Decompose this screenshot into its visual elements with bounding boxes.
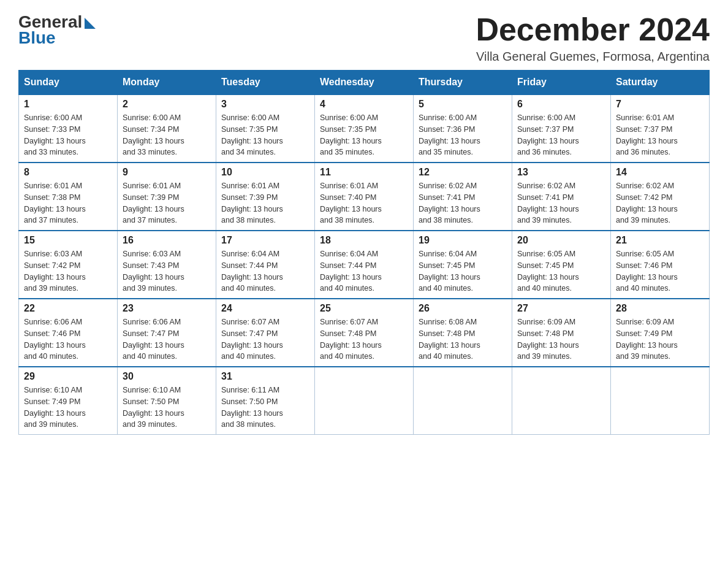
day-info: Sunrise: 6:00 AMSunset: 7:35 PMDaylight:… bbox=[221, 112, 309, 158]
calendar-cell: 5Sunrise: 6:00 AMSunset: 7:36 PMDaylight… bbox=[414, 94, 512, 163]
day-number: 14 bbox=[616, 167, 704, 178]
calendar-header-friday: Friday bbox=[512, 71, 611, 95]
day-info: Sunrise: 6:09 AMSunset: 7:49 PMDaylight:… bbox=[616, 316, 704, 362]
day-info: Sunrise: 6:03 AMSunset: 7:43 PMDaylight:… bbox=[123, 248, 211, 294]
calendar-header-saturday: Saturday bbox=[611, 71, 710, 95]
calendar-cell: 14Sunrise: 6:02 AMSunset: 7:42 PMDayligh… bbox=[611, 163, 710, 231]
day-number: 19 bbox=[419, 235, 507, 246]
calendar-cell bbox=[414, 367, 512, 435]
month-title: December 2024 bbox=[476, 12, 710, 47]
calendar-cell: 30Sunrise: 6:10 AMSunset: 7:50 PMDayligh… bbox=[118, 367, 216, 435]
day-info: Sunrise: 6:05 AMSunset: 7:46 PMDaylight:… bbox=[616, 248, 704, 294]
day-info: Sunrise: 6:04 AMSunset: 7:45 PMDaylight:… bbox=[419, 248, 507, 294]
calendar-cell: 6Sunrise: 6:00 AMSunset: 7:37 PMDaylight… bbox=[512, 94, 611, 163]
day-number: 20 bbox=[517, 235, 605, 246]
calendar-cell: 19Sunrise: 6:04 AMSunset: 7:45 PMDayligh… bbox=[414, 231, 512, 299]
calendar-cell: 12Sunrise: 6:02 AMSunset: 7:41 PMDayligh… bbox=[414, 163, 512, 231]
day-info: Sunrise: 6:05 AMSunset: 7:45 PMDaylight:… bbox=[517, 248, 605, 294]
day-number: 1 bbox=[24, 99, 112, 110]
day-number: 5 bbox=[419, 99, 507, 110]
calendar-cell bbox=[512, 367, 611, 435]
calendar-cell: 16Sunrise: 6:03 AMSunset: 7:43 PMDayligh… bbox=[118, 231, 216, 299]
calendar-cell: 22Sunrise: 6:06 AMSunset: 7:46 PMDayligh… bbox=[19, 299, 118, 367]
day-info: Sunrise: 6:10 AMSunset: 7:50 PMDaylight:… bbox=[123, 385, 211, 431]
day-info: Sunrise: 6:06 AMSunset: 7:46 PMDaylight:… bbox=[24, 316, 112, 362]
calendar-cell: 27Sunrise: 6:09 AMSunset: 7:48 PMDayligh… bbox=[512, 299, 611, 367]
day-info: Sunrise: 6:01 AMSunset: 7:37 PMDaylight:… bbox=[616, 112, 704, 158]
day-number: 11 bbox=[320, 167, 408, 178]
logo-triangle-icon bbox=[85, 18, 96, 29]
calendar-cell: 25Sunrise: 6:07 AMSunset: 7:48 PMDayligh… bbox=[315, 299, 414, 367]
day-number: 26 bbox=[419, 303, 507, 314]
day-info: Sunrise: 6:01 AMSunset: 7:39 PMDaylight:… bbox=[221, 180, 309, 226]
calendar-cell: 4Sunrise: 6:00 AMSunset: 7:35 PMDaylight… bbox=[315, 94, 414, 163]
day-number: 22 bbox=[24, 303, 112, 314]
calendar-cell: 28Sunrise: 6:09 AMSunset: 7:49 PMDayligh… bbox=[611, 299, 710, 367]
day-info: Sunrise: 6:00 AMSunset: 7:35 PMDaylight:… bbox=[320, 112, 408, 158]
calendar-cell: 21Sunrise: 6:05 AMSunset: 7:46 PMDayligh… bbox=[611, 231, 710, 299]
day-number: 18 bbox=[320, 235, 408, 246]
day-info: Sunrise: 6:11 AMSunset: 7:50 PMDaylight:… bbox=[221, 385, 309, 431]
calendar-cell: 1Sunrise: 6:00 AMSunset: 7:33 PMDaylight… bbox=[19, 94, 118, 163]
day-info: Sunrise: 6:02 AMSunset: 7:41 PMDaylight:… bbox=[517, 180, 605, 226]
calendar-cell: 11Sunrise: 6:01 AMSunset: 7:40 PMDayligh… bbox=[315, 163, 414, 231]
calendar-cell: 7Sunrise: 6:01 AMSunset: 7:37 PMDaylight… bbox=[611, 94, 710, 163]
calendar-header-wednesday: Wednesday bbox=[315, 71, 414, 95]
calendar-cell: 10Sunrise: 6:01 AMSunset: 7:39 PMDayligh… bbox=[216, 163, 315, 231]
day-info: Sunrise: 6:09 AMSunset: 7:48 PMDaylight:… bbox=[517, 316, 605, 362]
day-number: 3 bbox=[221, 99, 309, 110]
day-info: Sunrise: 6:01 AMSunset: 7:38 PMDaylight:… bbox=[24, 180, 112, 226]
day-number: 29 bbox=[24, 371, 112, 382]
calendar-cell: 26Sunrise: 6:08 AMSunset: 7:48 PMDayligh… bbox=[414, 299, 512, 367]
day-info: Sunrise: 6:00 AMSunset: 7:33 PMDaylight:… bbox=[24, 112, 112, 158]
title-section: December 2024 Villa General Guemes, Form… bbox=[476, 12, 710, 64]
day-number: 12 bbox=[419, 167, 507, 178]
calendar-cell: 24Sunrise: 6:07 AMSunset: 7:47 PMDayligh… bbox=[216, 299, 315, 367]
calendar-cell: 17Sunrise: 6:04 AMSunset: 7:44 PMDayligh… bbox=[216, 231, 315, 299]
calendar-cell: 15Sunrise: 6:03 AMSunset: 7:42 PMDayligh… bbox=[19, 231, 118, 299]
day-number: 2 bbox=[123, 99, 211, 110]
calendar-header-monday: Monday bbox=[118, 71, 216, 95]
day-number: 25 bbox=[320, 303, 408, 314]
page-header: General Blue December 2024 Villa General… bbox=[18, 12, 710, 64]
calendar-week-row: 1Sunrise: 6:00 AMSunset: 7:33 PMDaylight… bbox=[19, 94, 710, 163]
day-info: Sunrise: 6:10 AMSunset: 7:49 PMDaylight:… bbox=[24, 385, 112, 431]
day-number: 16 bbox=[123, 235, 211, 246]
calendar-cell bbox=[315, 367, 414, 435]
day-info: Sunrise: 6:07 AMSunset: 7:48 PMDaylight:… bbox=[320, 316, 408, 362]
day-number: 17 bbox=[221, 235, 309, 246]
day-number: 15 bbox=[24, 235, 112, 246]
location-subtitle: Villa General Guemes, Formosa, Argentina bbox=[476, 50, 710, 64]
day-number: 23 bbox=[123, 303, 211, 314]
day-info: Sunrise: 6:04 AMSunset: 7:44 PMDaylight:… bbox=[320, 248, 408, 294]
calendar-cell: 23Sunrise: 6:06 AMSunset: 7:47 PMDayligh… bbox=[118, 299, 216, 367]
calendar-cell: 18Sunrise: 6:04 AMSunset: 7:44 PMDayligh… bbox=[315, 231, 414, 299]
day-number: 13 bbox=[517, 167, 605, 178]
calendar-cell: 8Sunrise: 6:01 AMSunset: 7:38 PMDaylight… bbox=[19, 163, 118, 231]
calendar-table: SundayMondayTuesdayWednesdayThursdayFrid… bbox=[18, 70, 710, 435]
calendar-week-row: 29Sunrise: 6:10 AMSunset: 7:49 PMDayligh… bbox=[19, 367, 710, 435]
day-number: 8 bbox=[24, 167, 112, 178]
calendar-cell: 29Sunrise: 6:10 AMSunset: 7:49 PMDayligh… bbox=[19, 367, 118, 435]
calendar-week-row: 22Sunrise: 6:06 AMSunset: 7:46 PMDayligh… bbox=[19, 299, 710, 367]
day-info: Sunrise: 6:03 AMSunset: 7:42 PMDaylight:… bbox=[24, 248, 112, 294]
day-number: 27 bbox=[517, 303, 605, 314]
calendar-week-row: 15Sunrise: 6:03 AMSunset: 7:42 PMDayligh… bbox=[19, 231, 710, 299]
day-info: Sunrise: 6:00 AMSunset: 7:34 PMDaylight:… bbox=[123, 112, 211, 158]
day-number: 9 bbox=[123, 167, 211, 178]
day-info: Sunrise: 6:00 AMSunset: 7:36 PMDaylight:… bbox=[419, 112, 507, 158]
day-info: Sunrise: 6:08 AMSunset: 7:48 PMDaylight:… bbox=[419, 316, 507, 362]
day-number: 6 bbox=[517, 99, 605, 110]
day-number: 21 bbox=[616, 235, 704, 246]
day-number: 28 bbox=[616, 303, 704, 314]
calendar-header-thursday: Thursday bbox=[414, 71, 512, 95]
calendar-cell: 31Sunrise: 6:11 AMSunset: 7:50 PMDayligh… bbox=[216, 367, 315, 435]
day-info: Sunrise: 6:06 AMSunset: 7:47 PMDaylight:… bbox=[123, 316, 211, 362]
calendar-week-row: 8Sunrise: 6:01 AMSunset: 7:38 PMDaylight… bbox=[19, 163, 710, 231]
day-number: 10 bbox=[221, 167, 309, 178]
day-number: 4 bbox=[320, 99, 408, 110]
logo-blue-text: Blue bbox=[18, 28, 56, 48]
day-number: 30 bbox=[123, 371, 211, 382]
day-info: Sunrise: 6:00 AMSunset: 7:37 PMDaylight:… bbox=[517, 112, 605, 158]
day-info: Sunrise: 6:01 AMSunset: 7:40 PMDaylight:… bbox=[320, 180, 408, 226]
